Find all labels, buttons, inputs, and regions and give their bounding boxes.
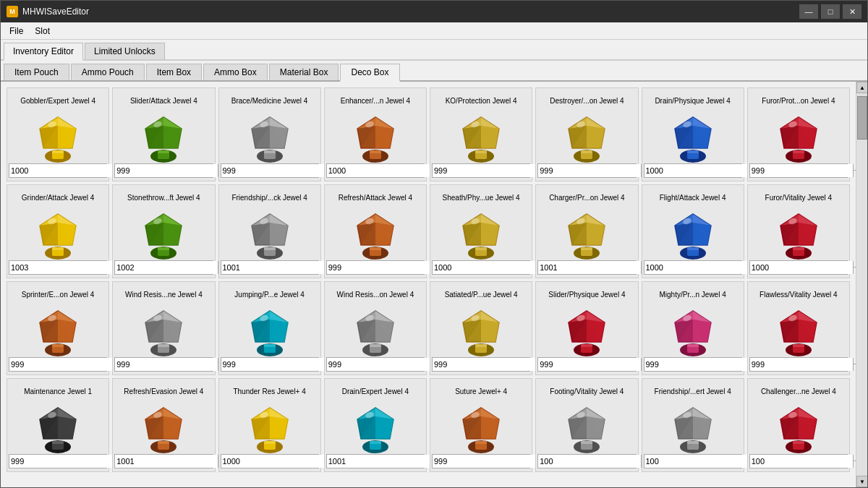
jewel-quantity-input[interactable] bbox=[538, 164, 641, 177]
jewel-quantity-input[interactable] bbox=[115, 358, 218, 371]
scroll-down-button[interactable]: ▼ bbox=[856, 476, 867, 487]
tab-item-box[interactable]: Item Box bbox=[146, 64, 202, 80]
menu-slot[interactable]: Slot bbox=[29, 25, 56, 38]
jewel-quantity-input[interactable] bbox=[327, 455, 430, 468]
jewel-quantity-input[interactable] bbox=[433, 455, 535, 468]
jewel-quantity-input[interactable] bbox=[221, 164, 324, 177]
jewel-quantity-input[interactable] bbox=[221, 455, 324, 468]
jewel-quantity-row: ▲▼ bbox=[114, 454, 213, 468]
jewel-name: Grinder/Attack Jewel 4 bbox=[22, 188, 95, 208]
jewel-quantity-row: ▲▼ bbox=[749, 163, 848, 178]
jewel-quantity-input[interactable] bbox=[9, 164, 112, 177]
tab-ammo-box[interactable]: Ammo Box bbox=[203, 64, 268, 80]
tab-item-pouch[interactable]: Item Pouch bbox=[4, 64, 69, 80]
jewel-name: Furor/Prot...on Jewel 4 bbox=[762, 91, 835, 111]
jewel-quantity-row: ▲▼ bbox=[644, 357, 742, 372]
jewel-quantity-input[interactable] bbox=[115, 455, 218, 468]
tab-deco-box[interactable]: Deco Box bbox=[340, 64, 399, 82]
jewel-quantity-input[interactable] bbox=[115, 164, 218, 177]
jewel-icon bbox=[459, 116, 503, 159]
svg-rect-194 bbox=[52, 344, 64, 347]
jewel-icon bbox=[459, 309, 503, 353]
jewel-cell: Thunder Res Jewel+ 4 ▲▼ bbox=[218, 378, 321, 472]
jewel-quantity-row: ▲▼ bbox=[432, 163, 530, 178]
scroll-up-button[interactable]: ▲ bbox=[856, 82, 867, 93]
jewel-quantity-row: ▲▼ bbox=[537, 357, 636, 372]
jewel-cell: Destroyer/...on Jewel 4 ▲▼ bbox=[535, 87, 638, 181]
jewel-quantity-input[interactable] bbox=[433, 164, 535, 177]
jewel-quantity-input[interactable] bbox=[221, 358, 324, 371]
jewel-quantity-input[interactable] bbox=[644, 358, 747, 371]
jewel-name: Gobbler/Expert Jewel 4 bbox=[20, 91, 95, 111]
jewel-cell: Wind Resis...ne Jewel 4 ▲▼ bbox=[112, 281, 215, 375]
jewel-name: Sheath/Phy...ue Jewel 4 bbox=[443, 188, 520, 208]
svg-rect-146 bbox=[475, 247, 487, 250]
jewel-quantity-input[interactable] bbox=[327, 164, 430, 177]
jewel-quantity-input[interactable] bbox=[433, 261, 535, 274]
jewel-quantity-input[interactable] bbox=[9, 358, 112, 371]
jewel-quantity-row: ▲▼ bbox=[9, 454, 107, 468]
svg-rect-122 bbox=[264, 247, 276, 250]
jewel-quantity-input[interactable] bbox=[327, 358, 430, 371]
jewel-quantity-input[interactable] bbox=[9, 261, 112, 274]
tab-inventory-editor[interactable]: Inventory Editor bbox=[4, 43, 83, 61]
jewel-name: Suture Jewel+ 4 bbox=[455, 382, 507, 402]
jewel-quantity-input[interactable] bbox=[750, 261, 853, 274]
jewel-icon bbox=[777, 116, 820, 159]
jewel-quantity-row: ▲▼ bbox=[432, 260, 530, 275]
svg-rect-2 bbox=[52, 150, 64, 153]
jewel-cell: KO/Protection Jewel 4 ▲▼ bbox=[430, 87, 532, 181]
svg-rect-158 bbox=[581, 247, 592, 250]
svg-rect-362 bbox=[687, 441, 699, 444]
jewel-name: Flight/Attack Jewel 4 bbox=[660, 188, 726, 208]
jewel-name: Friendship/...ert Jewel 4 bbox=[655, 382, 731, 402]
jewel-cell: Gobbler/Expert Jewel 4 ▲▼ bbox=[7, 87, 109, 181]
jewel-quantity-row: ▲▼ bbox=[221, 163, 319, 178]
jewel-cell: Sprinter/E...on Jewel 4 ▲▼ bbox=[7, 281, 109, 375]
jewel-quantity-input[interactable] bbox=[327, 261, 430, 274]
jewel-quantity-input[interactable] bbox=[644, 261, 747, 274]
jewel-cell: Slider/Attack Jewel 4 ▲▼ bbox=[112, 87, 215, 181]
jewel-quantity-row: ▲▼ bbox=[114, 260, 213, 275]
tab-ammo-pouch[interactable]: Ammo Pouch bbox=[71, 64, 145, 80]
close-button[interactable]: ✕ bbox=[843, 4, 861, 19]
jewel-quantity-row: ▲▼ bbox=[326, 260, 425, 275]
maximize-button[interactable]: □ bbox=[821, 4, 840, 19]
tab-limited-unlocks[interactable]: Limited Unlocks bbox=[85, 43, 165, 59]
jewel-name: KO/Protection Jewel 4 bbox=[446, 91, 517, 111]
inner-tab-bar: Item Pouch Ammo Pouch Item Box Ammo Box … bbox=[1, 61, 867, 82]
jewel-quantity-input[interactable] bbox=[115, 261, 218, 274]
jewel-quantity-input[interactable] bbox=[9, 455, 112, 468]
jewel-icon bbox=[248, 116, 292, 159]
jewel-quantity-input[interactable] bbox=[433, 358, 535, 371]
jewel-icon bbox=[248, 406, 292, 450]
jewel-quantity-input[interactable] bbox=[538, 455, 641, 468]
jewel-quantity-input[interactable] bbox=[538, 261, 641, 274]
jewel-name: Drain/Physique Jewel 4 bbox=[655, 91, 731, 111]
tab-material-box[interactable]: Material Box bbox=[269, 64, 339, 80]
jewel-quantity-input[interactable] bbox=[644, 164, 747, 177]
jewel-cell: Enhancer/...n Jewel 4 ▲▼ bbox=[324, 87, 427, 181]
svg-rect-326 bbox=[370, 441, 381, 444]
jewel-name: Mighty/Pr...n Jewel 4 bbox=[659, 285, 726, 305]
jewel-quantity-input[interactable] bbox=[221, 261, 324, 274]
jewel-cell: Furor/Prot...on Jewel 4 ▲▼ bbox=[747, 87, 850, 181]
jewel-cell: Friendship/...ert Jewel 4 ▲▼ bbox=[642, 378, 744, 472]
jewel-cell: Challenger...ne Jewel 4 ▲▼ bbox=[747, 378, 850, 472]
outer-tab-bar: Inventory Editor Limited Unlocks bbox=[1, 40, 867, 61]
scrollbar[interactable]: ▲ ▼ bbox=[856, 82, 867, 487]
jewel-cell: Drain/Physique Jewel 4 ▲▼ bbox=[642, 87, 744, 181]
jewel-quantity-input[interactable] bbox=[644, 455, 747, 468]
jewel-icon bbox=[565, 406, 608, 450]
jewel-quantity-input[interactable] bbox=[750, 358, 853, 371]
minimize-button[interactable]: — bbox=[799, 4, 818, 19]
app-icon: M bbox=[7, 6, 18, 17]
jewel-cell: Flawless/Vitality Jewel 4 ▲▼ bbox=[747, 281, 850, 375]
scrollbar-thumb[interactable] bbox=[857, 96, 867, 140]
jewel-quantity-row: ▲▼ bbox=[9, 357, 107, 372]
jewel-quantity-input[interactable] bbox=[538, 358, 641, 371]
jewel-quantity-input[interactable] bbox=[750, 164, 853, 177]
jewel-cell: Suture Jewel+ 4 ▲▼ bbox=[430, 378, 532, 472]
jewel-quantity-input[interactable] bbox=[750, 455, 853, 468]
menu-file[interactable]: File bbox=[4, 25, 29, 38]
